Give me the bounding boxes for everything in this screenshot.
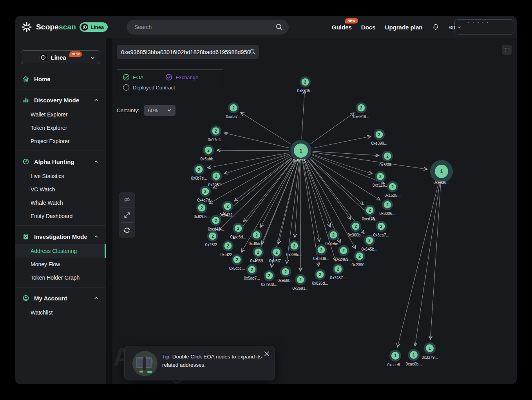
svg-text:1: 1 — [429, 346, 431, 351]
header-search-input[interactable] — [127, 24, 289, 30]
graph-node-label: 0x7487... — [330, 276, 346, 280]
fit-view-button[interactable] — [119, 207, 135, 222]
graph-node[interactable]: 10x5075... — [290, 140, 311, 163]
chain-selector-label: Linea — [51, 54, 66, 61]
svg-text:2: 2 — [369, 208, 371, 213]
svg-text:2: 2 — [355, 224, 357, 229]
sidebar-item-address-clustering[interactable]: Address Clustering — [15, 244, 106, 258]
app-window: A C 10x5075...10xe936...20x5805...20xafa… — [15, 16, 517, 384]
sidebar-section-discovery-mode[interactable]: Discovery Mode — [15, 92, 106, 108]
graph-node[interactable]: 10xe936... — [430, 160, 453, 185]
header-search[interactable] — [127, 20, 289, 35]
graph-node-label: 0x398c... — [286, 253, 302, 257]
certainty-control: Certainty: 60% — [117, 105, 176, 116]
sidebar-item-token-holder-graph[interactable]: Token Holder Graph — [15, 271, 106, 284]
legend-exchange[interactable]: Exchange — [165, 74, 198, 81]
expand-icon — [123, 211, 131, 219]
language-selector[interactable]: en — [449, 24, 461, 30]
svg-text:2: 2 — [207, 148, 210, 153]
graph-node-label: 0x826d... — [312, 281, 328, 285]
sidebar-item-whale-watch[interactable]: Whale Watch — [15, 196, 106, 209]
sidebar-section-investigation-mode[interactable]: Investigation Mode — [15, 229, 106, 244]
svg-text:2: 2 — [198, 167, 200, 172]
graph-node-label: 0x0b7e... — [191, 176, 207, 180]
svg-text:2: 2 — [368, 238, 371, 243]
chevron-up-icon — [94, 159, 99, 164]
svg-text:2: 2 — [304, 80, 306, 84]
sidebar-item-token-explorer[interactable]: Token Explorer — [15, 121, 106, 135]
checked-circle-icon — [165, 74, 172, 81]
tip-toast: Tip: Double Click EOA nodes to expand it… — [124, 346, 275, 380]
graph-node-label: 0xe399... — [371, 141, 387, 145]
graph-node-label: 0xeb8b... — [277, 278, 293, 283]
sidebar-item-project-explorer[interactable]: Project Explorer — [15, 135, 106, 148]
refresh-button[interactable] — [119, 223, 135, 238]
linea-logo-icon — [81, 24, 88, 31]
node-type-legend: EOA Exchange Deployed Contract — [117, 69, 223, 95]
svg-text:2: 2 — [236, 258, 238, 262]
header: Scopescan Linea Guides NEW Docs Upgrade … — [15, 16, 517, 38]
sidebar-item-vc-watch[interactable]: VC Watch — [15, 183, 106, 196]
sidebar-section-my-account[interactable]: My Account — [15, 290, 106, 306]
divider — [15, 287, 106, 287]
graph-node-label: 0x2691... — [292, 286, 308, 291]
chevron-down-icon — [167, 108, 172, 113]
graph-node-label: 0x62b5... — [194, 215, 210, 219]
graph-node-label: 0x3e5e... — [325, 242, 341, 246]
checked-circle-icon — [123, 74, 130, 81]
svg-text:2: 2 — [215, 174, 217, 178]
nav-upgrade-plan[interactable]: Upgrade plan — [385, 24, 423, 31]
graph-node-label: 0xce8d... — [230, 235, 246, 239]
svg-text:2: 2 — [226, 204, 229, 209]
notification-bell-icon[interactable] — [432, 23, 440, 31]
svg-text:2: 2 — [284, 270, 287, 274]
svg-text:2: 2 — [204, 189, 206, 194]
sidebar-section-alpha-hunting[interactable]: Alpha Hunting — [15, 154, 106, 169]
svg-text:2: 2 — [378, 133, 380, 137]
sidebar-item-live-statistics[interactable]: Live Statistics — [15, 169, 106, 183]
sidebar-item-money-flow[interactable]: Money Flow — [15, 258, 106, 271]
graph-node-label: 0x4e7d... — [197, 198, 213, 202]
fullscreen-button[interactable] — [502, 45, 512, 55]
svg-text:2: 2 — [386, 203, 389, 207]
graph-node-label: 0xcd15... — [362, 217, 378, 221]
legend-eoa[interactable]: EOA — [123, 74, 143, 81]
certainty-label: Certainty: — [117, 107, 139, 113]
svg-text:2: 2 — [358, 254, 361, 258]
svg-text:2: 2 — [332, 233, 335, 237]
brand[interactable]: Scopescan Linea — [21, 16, 108, 38]
graph-node-label: 0xe936... — [433, 180, 449, 185]
svg-text:2: 2 — [319, 273, 321, 277]
close-icon[interactable] — [264, 351, 270, 356]
home-icon — [22, 75, 29, 82]
hide-labels-button[interactable] — [119, 192, 135, 207]
legend-deployed-contract[interactable]: Deployed Contract — [123, 84, 175, 91]
gauge-icon — [22, 158, 29, 165]
chevron-up-icon — [94, 98, 99, 103]
sidebar-item-home[interactable]: Home — [15, 71, 106, 86]
graph-node-label: 0x3379... — [422, 355, 438, 360]
svg-text:2: 2 — [342, 249, 345, 253]
svg-text:2: 2 — [212, 234, 214, 238]
brand-name: Scopescan — [36, 23, 76, 31]
certainty-dropdown[interactable]: 60% — [144, 105, 176, 116]
sidebar-item-watchlist[interactable]: Watchlist — [15, 306, 106, 319]
nav-guides[interactable]: Guides NEW — [332, 24, 352, 31]
graph-node-label: 0xd6dd... — [248, 242, 264, 246]
graph-node-label: 0x6006... — [379, 211, 395, 216]
search-icon[interactable] — [249, 48, 256, 55]
eye-off-icon — [123, 196, 131, 204]
divider — [15, 225, 106, 226]
connect-wallet-button[interactable] — [454, 19, 514, 35]
address-input[interactable] — [117, 45, 259, 59]
sidebar-item-entity-dashboard[interactable]: Entity Dashboard — [15, 209, 106, 223]
svg-text:2: 2 — [227, 244, 229, 248]
svg-text:2: 2 — [255, 233, 258, 237]
sidebar-item-wallet-explorer[interactable]: Wallet Explorer — [15, 108, 106, 121]
graph-node-label: 0xe948... — [353, 115, 369, 119]
nav-docs[interactable]: Docs — [361, 24, 376, 31]
new-badge: NEW — [69, 51, 82, 57]
graph-node-label: 0x5ad7... — [244, 276, 260, 280]
graph-node-label: 0xcd48... — [208, 227, 224, 231]
chain-selector[interactable]: Linea NEW — [21, 50, 100, 64]
